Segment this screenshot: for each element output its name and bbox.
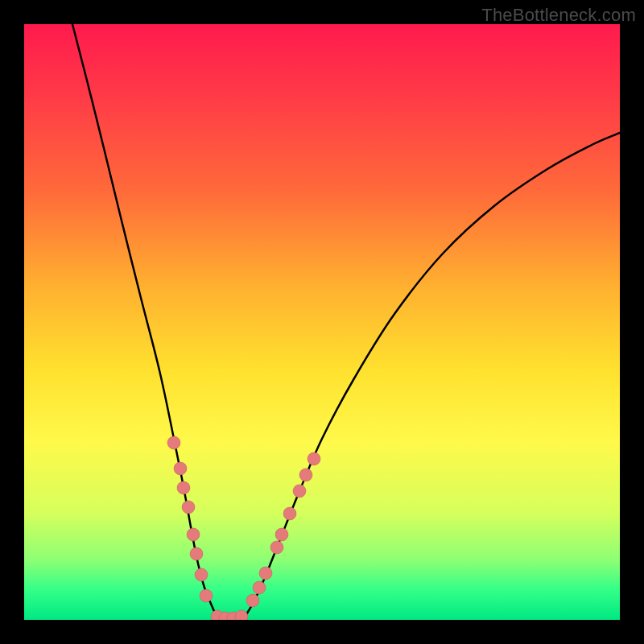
chart-svg xyxy=(24,24,620,620)
data-point-right-8 xyxy=(308,452,320,465)
data-point-right-2 xyxy=(259,567,272,580)
data-point-left-3 xyxy=(182,501,195,514)
data-point-right-0 xyxy=(246,594,259,607)
data-point-left-4 xyxy=(187,528,200,541)
data-point-left-2 xyxy=(177,481,190,494)
chart-plot-area xyxy=(24,24,620,620)
data-point-left-0 xyxy=(167,436,180,449)
data-point-left-1 xyxy=(174,462,187,475)
data-point-right-6 xyxy=(293,485,306,497)
data-point-right-7 xyxy=(299,469,312,481)
data-point-left-6 xyxy=(195,568,208,581)
data-point-right-4 xyxy=(275,528,288,541)
data-point-right-3 xyxy=(270,541,283,554)
data-point-right-1 xyxy=(253,581,266,594)
watermark-text: TheBottleneck.com xyxy=(481,5,636,26)
bottleneck-curve xyxy=(72,24,620,620)
data-point-bottom-3 xyxy=(235,610,248,620)
data-point-right-5 xyxy=(283,507,296,520)
data-point-left-5 xyxy=(190,547,203,560)
data-point-left-7 xyxy=(200,589,213,602)
